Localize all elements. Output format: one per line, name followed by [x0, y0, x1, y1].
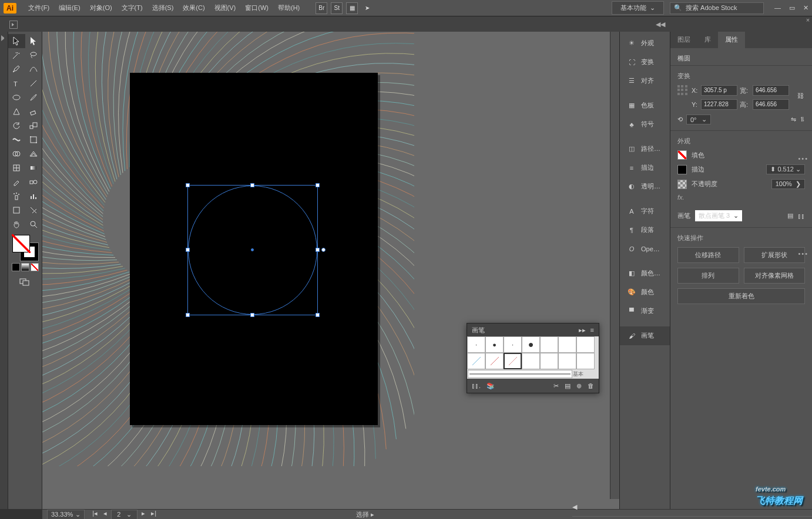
- align-pixel-button[interactable]: 对齐像素网格: [744, 268, 806, 284]
- handle-mid-left[interactable]: [186, 248, 190, 252]
- graph-tool[interactable]: [25, 189, 42, 203]
- menu-type[interactable]: 文字(T): [118, 1, 146, 15]
- brush-thumb-selected[interactable]: [504, 353, 522, 369]
- last-artboard-icon[interactable]: ▸|: [149, 510, 158, 520]
- selection-tool[interactable]: [8, 34, 25, 48]
- shape-builder-tool[interactable]: [8, 147, 25, 161]
- transform-more-icon[interactable]: •••: [798, 155, 808, 162]
- menu-help[interactable]: 帮助(H): [274, 1, 303, 15]
- next-artboard-icon[interactable]: ▸: [140, 510, 147, 520]
- angle-input[interactable]: 0°⌄: [686, 114, 711, 124]
- brush-select[interactable]: 散点画笔 3⌄: [695, 210, 742, 221]
- brush-stroke-preview[interactable]: [468, 370, 572, 378]
- brush-thumb[interactable]: [485, 353, 504, 369]
- rotate-tool[interactable]: [8, 119, 25, 133]
- free-transform-tool[interactable]: [25, 133, 42, 147]
- panel-appearance[interactable]: ☀外观: [620, 34, 670, 53]
- panel-transparency[interactable]: ◐透明…: [620, 177, 670, 196]
- handle-rotate[interactable]: [321, 248, 326, 252]
- workspace-switcher[interactable]: 基本功能 ⌄: [612, 1, 664, 15]
- brush-thumb[interactable]: [558, 336, 576, 353]
- none-mode-icon[interactable]: [31, 263, 39, 271]
- brush-lib-icon[interactable]: ⫿⫿: [798, 213, 805, 220]
- menu-select[interactable]: 选择(S): [149, 1, 177, 15]
- handle-mid-right[interactable]: [316, 248, 320, 252]
- stroke-swatch-icon[interactable]: [677, 165, 687, 174]
- brush-thumb[interactable]: [522, 353, 540, 369]
- artboard-tool[interactable]: [8, 203, 25, 217]
- canvas[interactable]: [42, 32, 619, 509]
- brush-thumb[interactable]: [540, 353, 558, 369]
- prev-artboard-icon[interactable]: ◂: [102, 510, 109, 520]
- w-input[interactable]: 646.656: [753, 85, 789, 96]
- minimize-button[interactable]: —: [774, 4, 781, 12]
- panel-colorguide[interactable]: ◧颜色…: [620, 264, 670, 283]
- brush-lib-menu-icon[interactable]: ⫿⫿.: [472, 382, 481, 390]
- gpu-rocket-icon[interactable]: ➤: [361, 2, 373, 14]
- lasso-tool[interactable]: [25, 48, 42, 62]
- menu-object[interactable]: 对象(O): [86, 1, 116, 15]
- menu-edit[interactable]: 编辑(E): [55, 1, 84, 15]
- expand-toolbar-icon[interactable]: [1, 35, 7, 41]
- new-brush-icon[interactable]: ⊕: [576, 382, 582, 390]
- ellipse-tool[interactable]: [8, 90, 25, 105]
- panel-opentype[interactable]: OOpe…: [620, 240, 670, 258]
- color-mode-icon[interactable]: [12, 263, 20, 271]
- arrange-button[interactable]: 排列: [677, 268, 739, 284]
- delete-brush-icon[interactable]: 🗑: [588, 382, 594, 390]
- brush-thumb[interactable]: ·: [467, 336, 485, 353]
- fill-stroke-swatch[interactable]: [12, 235, 38, 261]
- brush-options-icon[interactable]: ▤: [787, 212, 793, 220]
- fx-label[interactable]: fx.: [677, 194, 805, 201]
- pen-tool[interactable]: [8, 62, 25, 76]
- toolbar-close-icon[interactable]: ×: [804, 16, 812, 25]
- collapse-icon[interactable]: ▸▸: [579, 326, 586, 334]
- hand-tool[interactable]: [8, 217, 25, 231]
- brush-thumb[interactable]: [576, 336, 595, 353]
- brushes-panel-header[interactable]: 画笔 ▸▸≡: [467, 323, 599, 336]
- gradient-mode-icon[interactable]: [21, 263, 29, 271]
- handle-top-left[interactable]: [186, 183, 190, 187]
- perspective-tool[interactable]: [25, 147, 42, 161]
- panel-paragraph[interactable]: ¶段落: [620, 221, 670, 240]
- panel-gradient[interactable]: ▀渐变: [620, 302, 670, 321]
- vertical-scrollbar[interactable]: [610, 32, 619, 499]
- screen-mode-icon[interactable]: [19, 277, 31, 288]
- panel-menu-icon[interactable]: ≡: [590, 326, 594, 334]
- curvature-tool[interactable]: [25, 62, 42, 76]
- eraser-tool[interactable]: [25, 105, 42, 119]
- brush-thumb[interactable]: [558, 353, 576, 369]
- appearance-more-icon[interactable]: •••: [798, 250, 808, 257]
- handle-top-right[interactable]: [316, 183, 320, 187]
- menu-file[interactable]: 文件(F): [25, 1, 53, 15]
- opacity-input[interactable]: 100% ❯: [771, 179, 805, 189]
- expand-shape-button[interactable]: 扩展形状: [744, 247, 806, 263]
- fill-swatch[interactable]: [12, 235, 30, 252]
- tab-libraries[interactable]: 库: [697, 32, 718, 48]
- menu-effect[interactable]: 效果(C): [179, 1, 208, 15]
- status-chevron-icon[interactable]: ▸: [371, 511, 374, 518]
- brush-libraries-icon[interactable]: 📚: [486, 382, 495, 390]
- symbol-sprayer-tool[interactable]: [8, 189, 25, 203]
- type-tool[interactable]: T: [8, 76, 25, 90]
- opacity-swatch-icon[interactable]: [677, 180, 687, 189]
- tab-properties[interactable]: 属性: [718, 32, 745, 48]
- brush-thumb[interactable]: [576, 353, 595, 369]
- paintbrush-tool[interactable]: [25, 90, 42, 105]
- line-tool[interactable]: [25, 76, 42, 90]
- fill-swatch-icon[interactable]: [677, 150, 687, 160]
- first-artboard-icon[interactable]: |◂: [90, 510, 99, 520]
- handle-bot-mid[interactable]: [250, 313, 254, 317]
- scale-tool[interactable]: [25, 119, 42, 133]
- handle-bot-right[interactable]: [316, 313, 320, 317]
- brush-thumb[interactable]: ·: [504, 336, 522, 353]
- zoom-tool[interactable]: [25, 217, 42, 231]
- direct-selection-tool[interactable]: [25, 34, 42, 48]
- recolor-button[interactable]: 重新着色: [677, 288, 805, 304]
- stock-icon[interactable]: St: [331, 2, 343, 14]
- control-toggle-icon[interactable]: [9, 21, 18, 29]
- slice-tool[interactable]: [25, 203, 42, 217]
- brushes-floating-panel[interactable]: 画笔 ▸▸≡ · ● · ● 基本 ⫿⫿.📚 ✂▤⊕🗑: [467, 323, 599, 393]
- panel-swatches[interactable]: ▦色板: [620, 96, 670, 115]
- panel-symbols[interactable]: ♣符号: [620, 115, 670, 134]
